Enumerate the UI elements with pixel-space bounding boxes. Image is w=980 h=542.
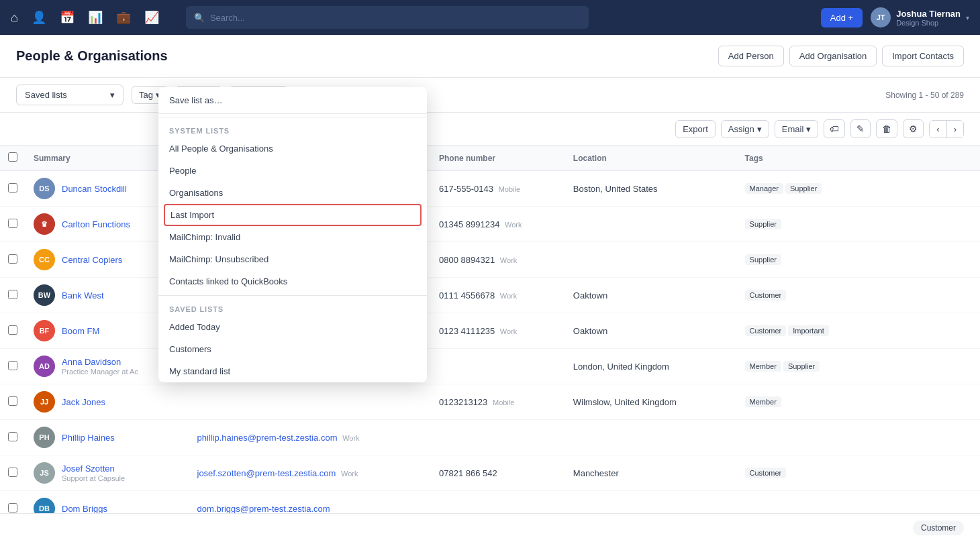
chevron-down-icon: ▾ xyxy=(757,124,762,134)
phone-number: 0123213123 xyxy=(439,397,487,407)
contact-name[interactable]: Duncan Stockdill xyxy=(62,184,127,194)
tag-badge: Customer xyxy=(745,468,787,478)
phone-number: 01345 8991234 xyxy=(439,219,499,229)
row-checkbox[interactable] xyxy=(8,361,17,370)
export-button[interactable]: Export xyxy=(675,120,716,138)
edit-icon-button[interactable]: ✎ xyxy=(850,119,871,138)
tag-badge: Supplier xyxy=(745,254,781,265)
divider-2 xyxy=(158,295,427,296)
next-page-button[interactable]: › xyxy=(947,121,963,138)
email-button[interactable]: Email ▾ xyxy=(775,120,819,138)
prev-page-button[interactable]: ‹ xyxy=(930,121,946,138)
user-menu[interactable]: JT Joshua Tiernan Design Shop ▾ xyxy=(871,7,969,28)
contact-name[interactable]: Phillip Haines xyxy=(62,433,115,443)
row-checkbox[interactable] xyxy=(8,254,17,264)
table-container: Export Assign ▾ Email ▾ 🏷 ✎ 🗑 ⚙ ‹ › Summ… xyxy=(0,113,980,542)
email-link[interactable]: josef.szotten@prem-test.zestia.com xyxy=(197,468,336,478)
chevron-down-icon: ▾ xyxy=(806,124,811,134)
email-link[interactable]: phillip.haines@prem-test.zestia.com xyxy=(197,433,338,443)
phone-number: 0800 8894321 xyxy=(439,255,495,265)
save-list-row: Save list as… xyxy=(158,87,427,114)
row-checkbox[interactable] xyxy=(8,432,17,441)
row-checkbox[interactable] xyxy=(8,396,17,406)
contact-name[interactable]: Josef Szotten xyxy=(62,464,125,474)
contact-name[interactable]: Bank West xyxy=(62,290,104,301)
user-name: Joshua Tiernan xyxy=(896,9,961,19)
saved-lists-dropdown-trigger[interactable]: Saved lists ▾ xyxy=(16,85,124,105)
chevron-down-icon: ▾ xyxy=(110,90,115,100)
avatar: AD xyxy=(34,356,55,377)
tags-cell: Customer xyxy=(737,455,980,491)
contact-name[interactable]: Jack Jones xyxy=(62,397,105,407)
avatar: DS xyxy=(34,178,55,199)
row-checkbox[interactable] xyxy=(8,183,17,193)
contacts-table: Summary Email Phone number Location Tags… xyxy=(0,146,980,542)
page-header: People & Organisations Add Person Add Or… xyxy=(0,35,980,78)
table-row: PH Phillip Haines phillip.haines@prem-te… xyxy=(0,420,980,455)
avatar: PH xyxy=(34,427,55,448)
list-item-all[interactable]: All People & Organisations xyxy=(158,138,427,160)
bottom-bar: Customer xyxy=(0,513,980,542)
calendar-icon[interactable]: 📅 xyxy=(60,10,75,25)
add-organisation-button[interactable]: Add Organisation xyxy=(789,46,877,66)
customer-tag: Customer xyxy=(913,521,964,535)
user-details: Joshua Tiernan Design Shop xyxy=(896,9,961,27)
chevron-down-icon: ▾ xyxy=(966,14,969,21)
row-checkbox[interactable] xyxy=(8,468,17,477)
showing-count: Showing 1 - 50 of 289 xyxy=(885,91,964,100)
list-item-people[interactable]: People xyxy=(158,160,427,182)
delete-icon-button[interactable]: 🗑 xyxy=(876,119,897,138)
table-row: AD Anna Davidson Practice Manager at Ac … xyxy=(0,349,980,384)
list-item-my-standard[interactable]: My standard list xyxy=(158,360,427,382)
contact-name[interactable]: Dom Briggs xyxy=(62,504,107,514)
email-link[interactable]: dom.briggs@prem-test.zestia.com xyxy=(197,504,330,514)
home-icon[interactable]: ⌂ xyxy=(11,11,18,25)
location xyxy=(565,207,737,242)
phone-type: Work xyxy=(500,292,517,300)
tags-cell: CustomerImportant xyxy=(737,313,980,349)
saved-lists-container: Saved lists ▾ xyxy=(16,85,124,105)
assign-button[interactable]: Assign ▾ xyxy=(721,120,769,138)
contact-name[interactable]: Central Copiers xyxy=(62,255,122,265)
import-contacts-button[interactable]: Import Contacts xyxy=(882,46,964,66)
row-checkbox[interactable] xyxy=(8,219,17,228)
row-checkbox[interactable] xyxy=(8,503,17,512)
location: Manchester xyxy=(565,455,737,491)
phone-number: 0111 4556678 xyxy=(439,290,495,301)
list-item-quickbooks[interactable]: Contacts linked to QuickBooks xyxy=(158,270,427,292)
page-title: People & Organisations xyxy=(16,48,168,64)
row-checkbox[interactable] xyxy=(8,325,17,335)
row-checkbox[interactable] xyxy=(8,290,17,299)
contact-name[interactable]: Carlton Functions xyxy=(62,219,130,229)
avatar: ♛ xyxy=(34,213,55,235)
person-icon[interactable]: 👤 xyxy=(32,10,46,25)
chart-icon[interactable]: 📊 xyxy=(88,10,103,25)
avatar: BW xyxy=(34,284,55,306)
add-button[interactable]: Add + xyxy=(821,8,863,28)
contact-name[interactable]: Boom FM xyxy=(62,326,99,336)
user-company: Design Shop xyxy=(896,19,961,27)
avatar: CC xyxy=(34,249,55,270)
select-all-checkbox[interactable] xyxy=(8,152,17,162)
save-list-as-button[interactable]: Save list as… xyxy=(169,95,222,105)
email-type: Work xyxy=(342,434,359,442)
activity-icon[interactable]: 📈 xyxy=(144,10,159,25)
table-toolbar: Export Assign ▾ Email ▾ 🏷 ✎ 🗑 ⚙ ‹ › xyxy=(0,113,980,146)
settings-icon-button[interactable]: ⚙ xyxy=(903,119,924,138)
email-type: Work xyxy=(341,470,358,478)
location: Oaktown xyxy=(565,278,737,313)
tags-cell: Supplier xyxy=(737,242,980,278)
list-item-last-import[interactable]: Last Import xyxy=(164,204,422,226)
phone-number: 07821 866 542 xyxy=(439,468,497,478)
tag-icon-button[interactable]: 🏷 xyxy=(824,119,845,138)
list-item-mailchimp-invalid[interactable]: MailChimp: Invalid xyxy=(158,226,427,248)
contact-name[interactable]: Anna Davidson xyxy=(62,357,138,367)
list-item-customers[interactable]: Customers xyxy=(158,338,427,360)
add-person-button[interactable]: Add Person xyxy=(718,46,784,66)
list-item-mailchimp-unsubscribed[interactable]: MailChimp: Unsubscribed xyxy=(158,248,427,270)
list-item-organisations[interactable]: Organisations xyxy=(158,182,427,204)
briefcase-icon[interactable]: 💼 xyxy=(116,10,131,25)
list-item-added-today[interactable]: Added Today xyxy=(158,316,427,338)
search-input[interactable] xyxy=(210,13,581,23)
contact-cell: JJ Jack Jones xyxy=(34,391,181,413)
